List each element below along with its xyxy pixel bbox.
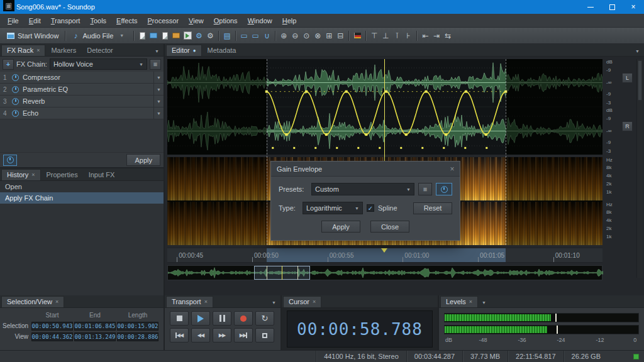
- apply-fx-button[interactable]: Apply: [126, 154, 160, 166]
- dialog-titlebar[interactable]: Gain Envelope ×: [271, 162, 460, 177]
- menu-help[interactable]: Help: [277, 14, 302, 27]
- fx-options-icon[interactable]: ▼: [153, 84, 164, 95]
- power-icon[interactable]: [12, 98, 19, 105]
- dialog-close-icon[interactable]: ×: [446, 163, 458, 175]
- power-icon[interactable]: [12, 74, 19, 81]
- tab-editor[interactable]: Editor ●: [166, 45, 202, 56]
- select-all-button[interactable]: ▭: [250, 30, 261, 41]
- close-tab-icon[interactable]: ×: [313, 299, 316, 305]
- audio-file-button[interactable]: ♪ Audio File ▼: [68, 29, 131, 43]
- tab-history[interactable]: History ×: [1, 169, 41, 180]
- start-window-button[interactable]: Start Window: [3, 31, 62, 41]
- maximize-button[interactable]: [601, 0, 623, 14]
- paste-button[interactable]: ▤: [221, 30, 233, 41]
- history-item-open[interactable]: Open: [0, 181, 164, 192]
- go-to-start-button[interactable]: ◀◀: [170, 328, 189, 343]
- fx-chain-menu-button[interactable]: ≡: [150, 59, 161, 70]
- selection-start-field[interactable]: 00:00:50.943: [31, 322, 73, 331]
- zoom-selection-button[interactable]: ⊙: [301, 30, 312, 41]
- menu-transport[interactable]: Transport: [46, 14, 86, 27]
- new-project-button[interactable]: [159, 30, 170, 41]
- close-tab-icon[interactable]: ×: [469, 299, 472, 305]
- fx-options-icon[interactable]: ▼: [153, 107, 164, 119]
- settings-button[interactable]: ⚙: [193, 30, 204, 41]
- channel-right-button[interactable]: R: [622, 121, 633, 131]
- presets-select[interactable]: Custom ▼: [311, 183, 414, 195]
- type-select[interactable]: Logarithmic ▼: [303, 202, 363, 214]
- open-file-button[interactable]: [148, 30, 159, 41]
- tab-cursor[interactable]: Cursor ×: [283, 296, 321, 307]
- selection-length-field[interactable]: 00:00:15.902: [117, 322, 158, 331]
- fx-chain-select[interactable]: Hollow Voice ▼: [50, 58, 147, 70]
- marker-prev-button[interactable]: ⊥: [380, 30, 391, 41]
- tab-properties[interactable]: Properties: [42, 170, 83, 180]
- tab-input-fx[interactable]: Input FX: [84, 170, 120, 180]
- menu-view[interactable]: View: [184, 14, 209, 27]
- add-effect-button[interactable]: +: [3, 59, 14, 70]
- panel-menu-icon[interactable]: ▼: [269, 298, 279, 307]
- scrollbar-handle[interactable]: [638, 60, 642, 101]
- power-icon[interactable]: [12, 86, 19, 93]
- close-tab-icon[interactable]: ×: [55, 299, 58, 305]
- zoom-out-button[interactable]: ⊖: [289, 30, 301, 41]
- power-icon[interactable]: [12, 110, 19, 117]
- swap-channels-button[interactable]: ⇆: [442, 30, 453, 41]
- history-item-apply-fx-chain[interactable]: Apply FX Chain: [0, 192, 164, 204]
- fx-row-parametric-eq[interactable]: 2 Parametric EQ ▼: [0, 84, 164, 96]
- marker-next-button[interactable]: ⊺: [391, 30, 402, 41]
- rewind-button[interactable]: ◀◀: [191, 328, 210, 343]
- menu-window[interactable]: Window: [243, 14, 277, 27]
- marker-list-button[interactable]: ⊦: [402, 30, 414, 41]
- presets-menu-button[interactable]: ≡: [418, 183, 432, 195]
- fx-options-icon[interactable]: ▼: [153, 72, 164, 83]
- close-dialog-button[interactable]: Close: [370, 221, 409, 233]
- view-start-field[interactable]: 00:00:44.362: [31, 332, 73, 341]
- snap-button[interactable]: ∪: [261, 30, 272, 41]
- menu-options[interactable]: Options: [209, 14, 243, 27]
- device-settings-button[interactable]: ⚙: [204, 30, 216, 41]
- trim-right-button[interactable]: ⇥: [431, 30, 442, 41]
- selection-end-field[interactable]: 00:01:06.845: [74, 322, 116, 331]
- loop-button[interactable]: ↻: [255, 311, 274, 326]
- trim-left-button[interactable]: ⇤: [419, 30, 431, 41]
- waveform-channel-right[interactable]: [167, 107, 602, 155]
- play-button[interactable]: [191, 311, 210, 326]
- tab-selection-view[interactable]: Selection/View ×: [1, 296, 64, 307]
- tab-fx-rack[interactable]: FX Rack ×: [1, 45, 45, 56]
- close-button[interactable]: ×: [623, 0, 644, 14]
- menu-processor[interactable]: Processor: [143, 14, 184, 27]
- vertical-zoom-scrollbar[interactable]: [636, 59, 643, 278]
- waveform-display[interactable]: [167, 59, 602, 155]
- close-tab-icon[interactable]: ×: [31, 172, 35, 178]
- waveform-channel-left[interactable]: [167, 59, 602, 106]
- panel-menu-icon[interactable]: ▼: [479, 298, 489, 307]
- zoom-in-button[interactable]: ⊕: [278, 30, 289, 41]
- view-length-field[interactable]: 00:00:28.886: [117, 332, 158, 341]
- select-time-button[interactable]: ▭: [238, 30, 250, 41]
- menu-tools[interactable]: Tools: [85, 14, 111, 27]
- fx-rack-power-button[interactable]: [3, 155, 17, 166]
- tab-markers[interactable]: Markers: [46, 45, 81, 56]
- pause-button[interactable]: [213, 311, 231, 326]
- close-tab-icon[interactable]: ×: [36, 47, 40, 53]
- reset-button[interactable]: Reset: [413, 202, 452, 214]
- tab-transport[interactable]: Transport ×: [166, 296, 213, 307]
- overview-strip[interactable]: [167, 265, 602, 280]
- panel-menu-icon[interactable]: ▼: [152, 47, 162, 56]
- stop-button[interactable]: [170, 311, 189, 326]
- zoom-vertical-out-button[interactable]: ⊟: [335, 30, 346, 41]
- channel-left-button[interactable]: L: [622, 73, 633, 83]
- menu-edit[interactable]: Edit: [24, 14, 46, 27]
- fx-row-compressor[interactable]: 1 Compressor ▼: [0, 72, 164, 84]
- apply-button[interactable]: Apply: [321, 221, 360, 233]
- envelope-power-button[interactable]: [436, 183, 452, 195]
- marker-add-button[interactable]: ⊤: [369, 30, 380, 41]
- go-to-end-button[interactable]: ▶▶: [234, 328, 253, 343]
- tab-detector[interactable]: Detector: [82, 45, 118, 56]
- view-end-field[interactable]: 00:01:13.249: [74, 332, 116, 341]
- open-project-button[interactable]: [170, 30, 182, 41]
- zoom-vertical-in-button[interactable]: ⊞: [323, 30, 335, 41]
- record-button[interactable]: [234, 311, 253, 326]
- stop-secondary-button[interactable]: [255, 328, 274, 343]
- menu-file[interactable]: File: [3, 14, 24, 27]
